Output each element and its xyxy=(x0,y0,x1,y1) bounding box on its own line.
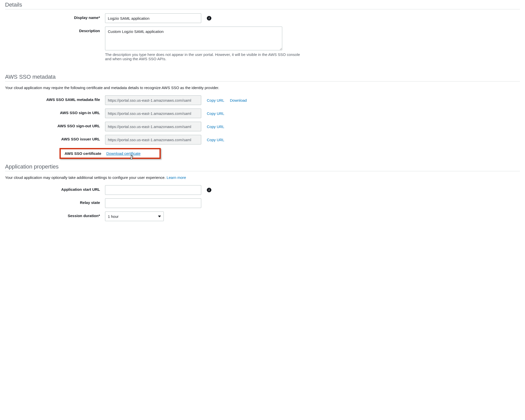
input-display-name[interactable] xyxy=(105,13,201,23)
input-signout-url[interactable] xyxy=(105,122,201,131)
label-relay-state: Relay state xyxy=(5,198,105,205)
highlight-certificate: AWS SSO certificate Download certificate xyxy=(59,148,161,159)
row-issuer-url: AWS SSO issuer URL Copy URL xyxy=(5,135,520,144)
row-start-url: Application start URL i xyxy=(5,185,520,195)
download-certificate-link[interactable]: Download certificate xyxy=(106,151,140,156)
label-display-name: Display name* xyxy=(5,13,105,20)
select-session-value: 1 hour xyxy=(108,214,119,219)
info-icon[interactable]: i xyxy=(207,188,211,192)
metadata-subhead: Your cloud application may require the f… xyxy=(5,86,520,90)
section-title-metadata: AWS SSO metadata xyxy=(5,72,520,81)
row-description: Description Custom Logzio SAML applicati… xyxy=(5,27,520,61)
row-session-duration: Session duration* 1 hour xyxy=(5,212,520,221)
row-metadata-file: AWS SSO SAML metadata file Copy URL Down… xyxy=(5,95,520,105)
props-subhead: Your cloud application may optionally ta… xyxy=(5,175,520,180)
row-display-name: Display name* i xyxy=(5,13,520,23)
input-signin-url[interactable] xyxy=(105,109,201,118)
input-metadata-file[interactable] xyxy=(105,95,201,105)
copy-url-link[interactable]: Copy URL xyxy=(207,124,224,129)
label-signout-url: AWS SSO sign-out URL xyxy=(5,122,105,128)
label-description: Description xyxy=(5,27,105,33)
row-signout-url: AWS SSO sign-out URL Copy URL xyxy=(5,122,520,131)
row-signin-url: AWS SSO sign-in URL Copy URL xyxy=(5,109,520,118)
description-hint: The description you type here does not a… xyxy=(105,52,300,61)
info-icon[interactable]: i xyxy=(207,16,211,20)
row-relay-state: Relay state xyxy=(5,198,520,208)
copy-url-link[interactable]: Copy URL xyxy=(207,111,224,116)
select-session-duration[interactable]: 1 hour xyxy=(105,212,164,221)
chevron-down-icon xyxy=(158,216,161,217)
input-issuer-url[interactable] xyxy=(105,135,201,144)
input-relay-state[interactable] xyxy=(105,198,201,208)
copy-url-link[interactable]: Copy URL xyxy=(207,138,224,142)
cursor-pointer-icon xyxy=(130,155,134,160)
download-link[interactable]: Download xyxy=(230,98,247,102)
label-metadata-file: AWS SSO SAML metadata file xyxy=(5,95,105,102)
props-subhead-text: Your cloud application may optionally ta… xyxy=(5,175,167,180)
input-start-url[interactable] xyxy=(105,185,201,195)
section-title-app-props: Application properties xyxy=(5,162,520,171)
section-title-details: Details xyxy=(5,0,520,9)
label-start-url: Application start URL xyxy=(5,185,105,192)
learn-more-link[interactable]: Learn more xyxy=(167,175,186,180)
copy-url-link[interactable]: Copy URL xyxy=(207,98,224,102)
textarea-description[interactable]: Custom Logzio SAML application xyxy=(105,27,282,50)
label-session-duration: Session duration* xyxy=(5,212,105,218)
label-issuer-url: AWS SSO issuer URL xyxy=(5,135,105,141)
label-certificate: AWS SSO certificate xyxy=(61,151,106,156)
label-signin-url: AWS SSO sign-in URL xyxy=(5,109,105,115)
